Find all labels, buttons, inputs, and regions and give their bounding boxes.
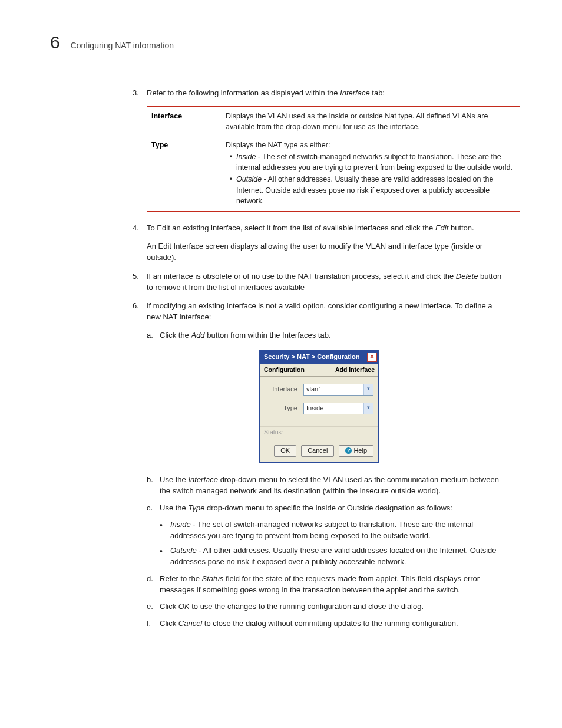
text-fragment: Use the [160,503,188,512]
ok-button[interactable]: OK [274,445,296,457]
field-label: Type [147,136,221,212]
subheader-right: Add Interface [335,365,375,374]
page-header: 6 Configuring NAT information [50,32,506,52]
text-fragment: - The set of switch-managed networks sub… [170,520,473,540]
status-label: Status: [260,426,378,443]
type-row: Type Inside ▾ [265,403,373,414]
bullet-inside: • Inside - The set of switch-managed net… [160,519,506,542]
dialog-title: Security > NAT > Configuration [264,353,359,362]
interface-dropdown[interactable]: vlan1 ▾ [303,384,373,396]
text-fragment: Refer to the following information as di… [147,88,340,97]
type-label: Type [265,404,303,413]
text-fragment: Click the [160,331,191,340]
text-fragment: tab: [370,88,385,97]
step-text: If modifying an existing interface is no… [147,301,506,323]
text-fragment: button. [448,223,474,232]
interface-row: Interface vlan1 ▾ [265,384,373,396]
substep-letter: a. [147,330,160,341]
emphasis: OK [178,602,190,611]
text-fragment: drop-down menu to specific the Inside or… [204,503,452,512]
bullet-icon: • [160,545,170,568]
substep-f: f. Click Cancel to close the dialog with… [147,618,506,630]
substep-letter: c. [147,503,160,514]
dialog-subheader: Configuration Add Interface [260,364,378,377]
substep-letter: b. [147,475,160,497]
text-fragment: to use the changes to the running config… [190,602,424,611]
emphasis: Outside [236,175,262,183]
text-fragment: Click [160,602,178,611]
dialog-figure: Security > NAT > Configuration × Configu… [133,350,506,463]
substep-letter: d. [147,574,160,596]
button-label: Cancel [308,446,328,456]
help-button[interactable]: ?Help [339,445,373,457]
substep-text: Use the Type drop-down menu to specific … [160,503,506,514]
step-text: If an interface is obsolete or of no use… [147,271,506,294]
emphasis: Add [191,331,204,340]
emphasis: Cancel [178,619,202,628]
interface-label: Interface [265,385,303,394]
substep-text: Use the Interface drop-down menu to sele… [160,475,506,497]
field-description: Displays the VLAN used as the inside or … [221,107,520,136]
substep-e: e. Click OK to use the changes to the ru… [147,601,506,612]
text-fragment: To Edit an existing interface, select it… [147,223,435,232]
substep-letter: f. [147,618,160,630]
step-text: Refer to the following information as di… [147,88,506,99]
text-fragment: If an interface is obsolete or of no use… [147,272,456,281]
substep-text: Click the Add button from within the Int… [160,330,506,341]
field-label: Interface [147,107,221,136]
field-definition-table: Interface Displays the VLAN used as the … [147,106,520,212]
table-row: Interface Displays the VLAN used as the … [147,107,520,136]
emphasis: Interface [188,475,218,484]
bullet-item: • Inside - The set of switch-managed net… [226,151,515,173]
step-4: 4. To Edit an existing interface, select… [133,223,506,234]
text-fragment: Displays the NAT type as either: [226,140,515,150]
step-number: 3. [133,88,147,99]
dialog-titlebar: Security > NAT > Configuration × [260,351,378,364]
text-fragment: Use the [160,475,188,484]
substep-a: a. Click the Add button from within the … [147,330,506,341]
emphasis: Inside [170,520,191,529]
dropdown-value: Inside [304,403,363,414]
button-label: Help [353,446,367,456]
chevron-down-icon: ▾ [363,384,373,395]
cancel-button[interactable]: Cancel [301,445,334,457]
button-label: OK [280,446,290,456]
close-icon[interactable]: × [367,353,377,362]
dropdown-value: vlan1 [304,384,363,395]
bullet-outside: • Outside - All other addresses. Usually… [160,545,506,568]
substep-b: b. Use the Interface drop-down menu to s… [147,475,506,497]
substep-c: c. Use the Type drop-down menu to specif… [147,503,506,514]
chapter-title: Configuring NAT information [71,41,174,50]
subheader-left: Configuration [264,365,305,374]
step-text: To Edit an existing interface, select it… [147,223,506,234]
table-row: Type Displays the NAT type as either: • … [147,136,520,212]
emphasis: Delete [456,272,478,281]
text-fragment: - All other addresses. Usually these are… [170,546,497,566]
text-fragment: Click [160,619,178,628]
substep-letter: e. [147,601,160,612]
paragraph: An Edit Interface screen displays allowi… [147,241,506,263]
text-fragment: button from within the Interfaces tab. [205,331,331,340]
bullet-icon: • [160,519,170,542]
emphasis: Status [202,574,224,583]
step-3: 3. Refer to the following information as… [133,88,506,99]
substep-d: d. Refer to the Status field for the sta… [147,574,506,596]
text-fragment: Refer to the [160,574,202,583]
type-dropdown[interactable]: Inside ▾ [303,403,373,414]
step-number: 5. [133,271,147,294]
emphasis: Type [188,503,204,512]
chapter-number: 6 [50,32,60,52]
emphasis: Inside [236,153,256,161]
step-number: 4. [133,223,147,234]
chevron-down-icon: ▾ [363,403,373,414]
step-number: 6. [133,301,147,323]
help-icon: ? [345,447,352,454]
field-description: Displays the NAT type as either: • Insid… [221,136,520,212]
step-5: 5. If an interface is obsolete or of no … [133,271,506,294]
bullet-item: • Outside - All other addresses. Usually… [226,174,515,206]
text-fragment: to close the dialog without committing u… [202,619,458,628]
emphasis: Edit [435,223,448,232]
bullet-icon: • [226,151,236,173]
substep-text: Click Cancel to close the dialog without… [160,618,506,630]
add-interface-dialog: Security > NAT > Configuration × Configu… [259,350,379,463]
